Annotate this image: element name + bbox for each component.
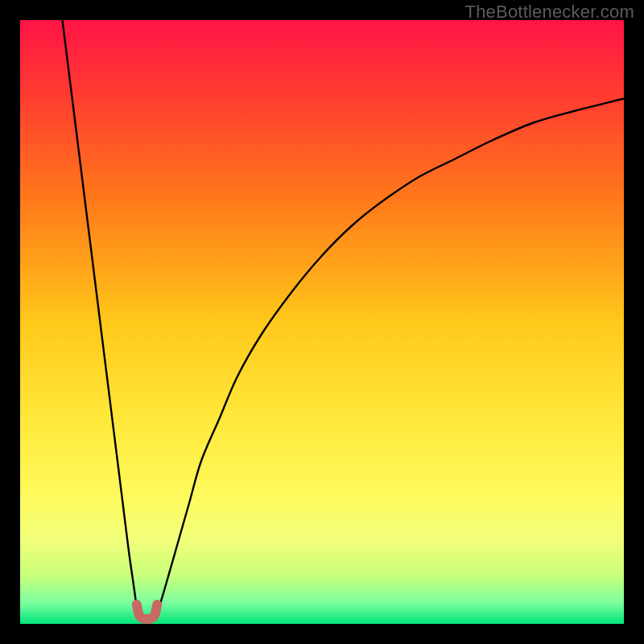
- watermark-text: TheBottlenecker.com: [465, 2, 634, 23]
- gradient-background: [20, 20, 624, 624]
- bottleneck-chart: [20, 20, 624, 624]
- chart-frame: TheBottlenecker.com: [0, 0, 644, 644]
